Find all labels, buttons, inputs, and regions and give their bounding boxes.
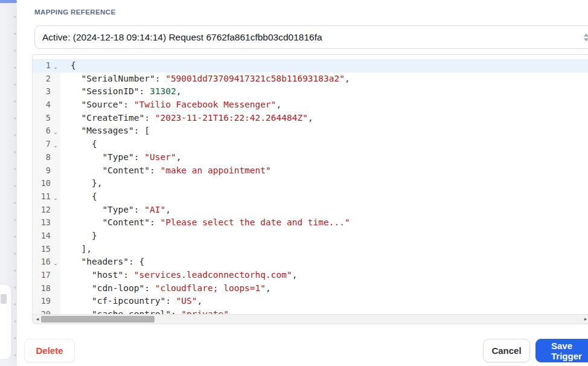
scroll-right-arrow-icon[interactable]: ▸ (582, 315, 588, 324)
line-number: 8 (36, 151, 51, 164)
code-line-text: "SessionID": 31302, (60, 85, 588, 98)
line-number: 7 (36, 138, 51, 151)
fold-spacer (51, 308, 60, 314)
line-gutter: 12 (33, 204, 60, 217)
chevron-updown-icon (584, 33, 588, 41)
code-line-text: }, (60, 177, 588, 190)
line-gutter: 16⌄ (33, 255, 60, 269)
fold-spacer (51, 112, 60, 125)
cancel-button[interactable]: Cancel (483, 339, 530, 362)
editor-line: 3 "SessionID": 31302, (33, 85, 588, 98)
mapping-reference-panel: MAPPING REFERENCE Active: (2024-12-18 09… (17, 0, 588, 366)
fold-arrow-icon[interactable]: ⌄ (51, 59, 60, 72)
screen: MAPPING REFERENCE Active: (2024-12-18 09… (0, 0, 588, 366)
editor-line: 11⌄ { (33, 190, 588, 204)
canvas-card (0, 284, 12, 360)
code-line-text: "CreateTime": "2023-11-21T16:22:42.26448… (60, 112, 588, 125)
editor-line: 13 "Content": "Please select the date an… (33, 216, 588, 230)
editor-line: 8 "Type": "User", (33, 151, 588, 164)
fold-arrow-icon[interactable]: ⌄ (51, 255, 60, 269)
code-line-text: } (60, 230, 588, 243)
line-number: 9 (36, 164, 51, 178)
line-number: 17 (36, 269, 51, 282)
line-number: 12 (36, 204, 51, 217)
editor-line: 2 "SerialNumber": "59001dd73709417321c58… (33, 72, 588, 86)
line-gutter: 15 (33, 243, 60, 256)
line-gutter: 18 (33, 282, 60, 295)
line-number: 14 (36, 230, 51, 243)
line-number: 6 (36, 124, 51, 138)
fold-spacer (51, 216, 60, 230)
code-line-text: "cdn-loop": "cloudflare; loops=1", (60, 282, 588, 295)
code-line-text: "cache-control": "private", (60, 308, 588, 314)
code-line-text: "Content": "Please select the date and t… (60, 216, 588, 230)
fold-arrow-icon[interactable]: ⌄ (51, 124, 60, 138)
editor-line: 18 "cdn-loop": "cloudflare; loops=1", (33, 282, 588, 295)
line-gutter: 14 (33, 230, 60, 243)
code-line-text: "Type": "AI", (60, 204, 588, 217)
fold-arrow-icon[interactable]: ⌄ (51, 190, 60, 204)
fold-spacer (51, 204, 60, 217)
editor-line: 1⌄{ (33, 59, 588, 72)
delete-button[interactable]: Delete (24, 339, 75, 362)
fold-spacer (51, 98, 60, 112)
fold-arrow-icon[interactable]: ⌄ (51, 138, 60, 151)
fold-spacer (51, 151, 60, 164)
editor-line: 12 "Type": "AI", (33, 204, 588, 217)
code-line-text: ], (60, 243, 588, 256)
code-line-text: "host": "services.leadconnectorhq.com", (60, 269, 588, 282)
fold-spacer (51, 282, 60, 295)
fold-spacer (51, 177, 60, 190)
line-gutter: 2 (33, 72, 60, 86)
editor-line: 10 }, (33, 177, 588, 190)
editor-lines: 1⌄{2 "SerialNumber": "59001dd73709417321… (33, 55, 588, 314)
line-gutter: 7⌄ (33, 138, 60, 151)
line-gutter: 8 (33, 151, 60, 164)
code-line-text: { (60, 190, 588, 204)
line-number: 20 (36, 308, 51, 314)
scrollbar-thumb[interactable] (41, 316, 155, 323)
line-number: 4 (36, 98, 51, 112)
line-number: 3 (36, 85, 51, 98)
horizontal-scrollbar[interactable]: ◂ ▸ (33, 314, 588, 324)
canvas-node-edge (0, 0, 17, 3)
line-number: 2 (36, 72, 51, 86)
fold-spacer (51, 230, 60, 243)
line-number: 19 (36, 295, 51, 308)
request-select[interactable]: Active: (2024-12-18 09:14:14) Request 67… (34, 25, 588, 49)
line-number: 1 (36, 59, 51, 72)
fold-spacer (51, 243, 60, 256)
editor-line: 5 "CreateTime": "2023-11-21T16:22:42.264… (33, 112, 588, 125)
line-gutter: 9 (33, 164, 60, 178)
line-number: 5 (36, 112, 51, 125)
line-number: 10 (36, 177, 51, 190)
editor-line: 14 } (33, 230, 588, 243)
line-number: 15 (36, 243, 51, 256)
editor-line: 9 "Content": "make an appointment" (33, 164, 588, 178)
editor-line: 20 "cache-control": "private", (33, 308, 588, 314)
fold-spacer (51, 85, 60, 98)
fold-spacer (51, 72, 60, 86)
line-gutter: 4 (33, 98, 60, 112)
line-gutter: 11⌄ (33, 190, 60, 204)
save-trigger-button[interactable]: Save Trigger (535, 339, 588, 362)
code-line-text: "Content": "make an appointment" (60, 164, 588, 178)
scroll-left-arrow-icon[interactable]: ◂ (34, 315, 41, 324)
line-gutter: 5 (33, 112, 60, 125)
editor-line: 15 ], (33, 243, 588, 256)
request-select-value: Active: (2024-12-18 09:14:14) Request 67… (42, 32, 322, 43)
line-gutter: 19 (33, 295, 60, 308)
code-line-text: { (60, 59, 588, 72)
panel-title: MAPPING REFERENCE (34, 8, 116, 16)
line-number: 16 (36, 255, 51, 269)
fold-spacer (51, 295, 60, 308)
line-gutter: 10 (33, 177, 60, 190)
json-editor[interactable]: 1⌄{2 "SerialNumber": "59001dd73709417321… (32, 54, 588, 324)
editor-line: 7⌄ { (33, 138, 588, 151)
line-gutter: 3 (33, 85, 60, 98)
code-line-text: "SerialNumber": "59001dd73709417321c58b1… (60, 72, 588, 86)
editor-line: 4 "Source": "Twilio Facebook Messenger", (33, 98, 588, 112)
line-gutter: 17 (33, 269, 60, 282)
code-line-text: "headers": { (60, 255, 588, 269)
code-line-text: "Source": "Twilio Facebook Messenger", (60, 98, 588, 112)
